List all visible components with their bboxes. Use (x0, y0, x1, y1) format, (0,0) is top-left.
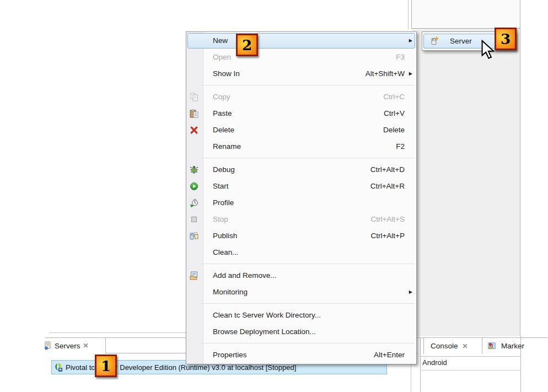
new-server-icon (430, 36, 439, 45)
add-remove-icon (190, 271, 198, 280)
menu-item-clean-tc-server-work-directory[interactable]: Clean tc Server Work Directory... (186, 307, 416, 324)
menu-item-label: New (213, 33, 228, 49)
menu-item-label: Clean tc Server Work Directory... (213, 307, 321, 324)
menu-item-label: Server (450, 33, 472, 49)
menu-item-stop[interactable]: StopCtrl+Alt+S (186, 211, 416, 228)
menu-item-delete[interactable]: DeleteDelete (186, 122, 416, 138)
menu-item-shortcut: Ctrl+Alt+R (370, 178, 405, 195)
menu-item-shortcut: Alt+Enter (374, 347, 405, 363)
menu-item-label: Profile (213, 195, 234, 211)
menu-item-shortcut: Ctrl+Alt+P (370, 228, 405, 244)
menu-item-properties[interactable]: PropertiesAlt+Enter (186, 347, 416, 363)
menu-item-monitoring[interactable]: Monitoring▶ (186, 284, 416, 300)
menu-item-label: Show In (213, 66, 240, 82)
menu-separator (186, 82, 416, 89)
editor-bottom-border (50, 332, 186, 333)
menu-item-label: Delete (213, 122, 234, 138)
menu-item-debug[interactable]: DebugCtrl+Alt+D (186, 162, 416, 178)
tc-server-icon (53, 363, 62, 372)
menu-item-label: Start (213, 178, 229, 195)
menu-item-label: Properties (213, 347, 247, 363)
tab-markers-label: Markers (501, 342, 524, 350)
tab-console-label: Console (431, 342, 458, 350)
menu-item-label: Publish (213, 228, 237, 244)
top-right-panel (411, 0, 520, 29)
menu-item-label: Add and Remove... (213, 267, 277, 284)
delete-icon (190, 126, 198, 135)
context-menu: New▶OpenF3Show InAlt+Shift+W▶CopyCtrl+CP… (186, 31, 417, 364)
menu-item-label: Browse Deployment Location... (213, 324, 316, 340)
menu-item-label: Monitoring (213, 284, 248, 300)
submenu-arrow-icon: ▶ (409, 66, 412, 82)
menu-item-shortcut: Delete (383, 122, 405, 138)
mouse-cursor-icon (481, 40, 495, 62)
console-header-bottom-border (420, 356, 520, 357)
menu-item-start[interactable]: StartCtrl+Alt+R (186, 178, 416, 195)
servers-view-icon (43, 341, 52, 350)
submenu-arrow-icon: ▶ (409, 33, 412, 49)
menu-separator (186, 340, 416, 347)
close-icon[interactable]: ✕ (83, 342, 89, 350)
editor-sash-line (408, 0, 409, 29)
menu-separator (186, 261, 416, 267)
tab-servers-label: Servers (55, 342, 80, 350)
stop-icon (190, 215, 198, 224)
menu-item-label: Paste (213, 105, 232, 122)
debug-icon (190, 165, 198, 174)
menu-item-copy[interactable]: CopyCtrl+C (186, 89, 416, 105)
eclipse-workbench: Servers ✕ Pivotal tc Server Developer Ed… (0, 0, 548, 392)
menu-item-shortcut: Alt+Shift+W (366, 66, 405, 82)
menu-item-shortcut: Ctrl+Alt+S (370, 211, 405, 228)
callout-badge-2: 2 (236, 34, 258, 56)
menu-item-rename[interactable]: RenameF2 (186, 138, 416, 155)
markers-icon (488, 342, 496, 350)
menu-item-add-and-remove[interactable]: Add and Remove... (186, 267, 416, 284)
menu-item-new[interactable]: New▶ (186, 33, 416, 49)
menu-item-publish[interactable]: PublishCtrl+Alt+P (186, 228, 416, 244)
close-icon[interactable]: ✕ (463, 342, 468, 350)
submenu-arrow-icon: ▶ (409, 284, 412, 300)
console-name: Android (422, 358, 447, 367)
menu-item-shortcut: Ctrl+V (384, 105, 405, 122)
menu-separator (186, 300, 416, 307)
menu-item-clean[interactable]: Clean... (186, 244, 416, 261)
menu-item-open[interactable]: OpenF3 (186, 49, 416, 66)
editor-area-background (412, 29, 520, 336)
copy-icon (190, 93, 198, 101)
publish-icon (190, 232, 198, 240)
menu-item-label: Debug (213, 162, 235, 178)
menu-separator (186, 155, 416, 162)
menu-item-label: Rename (213, 138, 241, 155)
callout-badge-1: 1 (95, 355, 117, 377)
menu-item-label: Open (213, 49, 231, 66)
tab-console[interactable]: Console ✕ (423, 338, 482, 354)
menu-item-shortcut: F2 (396, 138, 405, 155)
menu-item-profile[interactable]: Profile (186, 195, 416, 211)
paste-icon (190, 109, 198, 118)
tab-markers[interactable]: Markers (484, 338, 524, 354)
console-name-underline (420, 370, 520, 370)
profile-icon (190, 198, 198, 207)
menu-item-label: Copy (213, 89, 230, 105)
menu-item-shortcut: F3 (396, 49, 405, 66)
menu-item-browse-deployment-location[interactable]: Browse Deployment Location... (186, 324, 416, 340)
menu-item-show-in[interactable]: Show InAlt+Shift+W▶ (186, 66, 416, 82)
start-icon (190, 182, 198, 191)
menu-item-shortcut: Ctrl+Alt+D (370, 162, 405, 178)
console-panel-left-border (420, 338, 421, 392)
menu-item-label: Stop (213, 211, 228, 228)
tab-servers[interactable]: Servers ✕ (41, 338, 106, 353)
menu-item-shortcut: Ctrl+C (383, 89, 405, 105)
callout-badge-3: 3 (495, 28, 517, 50)
menu-item-label: Clean... (213, 244, 239, 261)
menu-item-paste[interactable]: PasteCtrl+V (186, 105, 416, 122)
